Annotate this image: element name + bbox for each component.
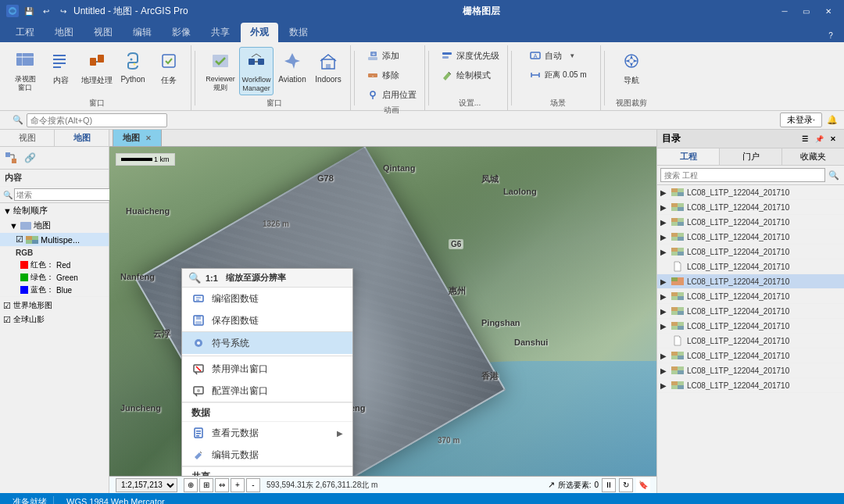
tab-share[interactable]: 共享 bbox=[202, 23, 239, 42]
map-tab-close[interactable]: ✕ bbox=[145, 134, 152, 142]
ctx-item-view-metadata[interactable]: 查看元数据 ▶ bbox=[182, 422, 352, 444]
grid-icon[interactable]: ⊞ bbox=[199, 478, 213, 492]
ribbon-btn-remove[interactable]: - 移除 bbox=[363, 66, 402, 84]
tree-item-4[interactable]: ▶ LC08_L1TP_122044_201710 bbox=[657, 245, 844, 259]
right-panel-menu-btn[interactable]: ☰ bbox=[799, 133, 811, 145]
close-button[interactable]: ✕ bbox=[819, 3, 838, 19]
tree-item-3[interactable]: ▶ LC08_L1TP_122044_201710 bbox=[657, 230, 844, 245]
tree-item-5[interactable]: LC08_L1TP_122044_201710 bbox=[657, 259, 844, 274]
refresh-btn[interactable]: ↻ bbox=[619, 478, 633, 492]
save-quick-btn[interactable]: 💾 bbox=[22, 4, 36, 18]
ctx-item-symbology[interactable]: 符号系统 bbox=[182, 332, 352, 354]
restore-button[interactable]: ▭ bbox=[797, 3, 816, 19]
svg-rect-68 bbox=[678, 252, 684, 256]
auto-dropdown[interactable]: ▼ bbox=[569, 52, 575, 59]
tab-edit[interactable]: 编辑 bbox=[123, 23, 161, 42]
ctx-item-save-chain[interactable]: 保存图数链 bbox=[182, 309, 352, 332]
ribbon-btn-python[interactable]: Python bbox=[116, 47, 150, 85]
help-button[interactable]: ? bbox=[824, 28, 838, 42]
ribbon-btn-contents[interactable]: 内容 bbox=[44, 47, 78, 88]
right-tab-portal[interactable]: 门户 bbox=[720, 148, 782, 165]
ctx-separator-1 bbox=[182, 356, 352, 356]
tab-map-left[interactable]: 地图 bbox=[55, 130, 109, 146]
scale-select[interactable]: 1:2,157,213 bbox=[116, 478, 177, 492]
ctx-item-encode[interactable]: 编缩图数链 bbox=[182, 288, 352, 309]
blue-value: Blue bbox=[56, 286, 72, 295]
tree-item-13[interactable]: ▶ LC08_L1TP_122044_201710 bbox=[657, 378, 844, 393]
world-terrain-layer[interactable]: ☑ 世界地形图 bbox=[3, 298, 106, 313]
undo-quick-btn[interactable]: ↩ bbox=[39, 4, 53, 18]
globe-shadow-checkbox[interactable]: ☑ bbox=[3, 315, 11, 325]
ctx-item-config-popup[interactable]: 配置弹出窗口 bbox=[182, 380, 352, 402]
tab-map[interactable]: 地图 bbox=[45, 23, 83, 42]
tab-imagery[interactable]: 影像 bbox=[163, 23, 200, 42]
tree-arrow-4: ▶ bbox=[660, 248, 670, 256]
login-button[interactable]: 未登录· bbox=[780, 113, 822, 127]
ctx-item-edit-metadata[interactable]: 编辑元数据 bbox=[182, 444, 352, 466]
pan-tool[interactable]: ⊕ bbox=[184, 478, 198, 492]
drawing-order-item[interactable]: ▼ 绘制顺序 bbox=[0, 203, 109, 218]
transform-btn[interactable] bbox=[2, 149, 20, 166]
ctx-item-disable-popup[interactable]: 禁用弹出窗口 bbox=[182, 358, 352, 380]
right-tab-project[interactable]: 工程 bbox=[657, 148, 720, 165]
multispe-item[interactable]: ☑ Multispe... bbox=[0, 233, 109, 246]
tree-item-8[interactable]: ▶ LC08_L1TP_122044_201710 bbox=[657, 304, 844, 319]
ctx-encode-label: 编缩图数链 bbox=[212, 292, 259, 306]
drawing-order-label: 绘制顺序 bbox=[13, 205, 48, 216]
command-search-input[interactable] bbox=[27, 113, 167, 127]
pause-btn[interactable]: ⏸ bbox=[602, 478, 616, 492]
map-canvas[interactable]: G78 Qintang 凤城 Laolong Huaicheng Nanfeng… bbox=[109, 147, 656, 476]
bookmark-btn[interactable]: 🔖 bbox=[636, 478, 650, 492]
ribbon-btn-indoors[interactable]: Indoors bbox=[311, 47, 345, 85]
right-panel-unpin-btn[interactable]: 📌 bbox=[813, 133, 825, 145]
ribbon-btn-draw-mode[interactable]: 绘制模式 bbox=[437, 66, 494, 84]
ribbon-btn-mapview[interactable]: 录视图窗口 bbox=[8, 47, 42, 94]
tree-item-6[interactable]: ▶ LC08_L1TP_122044_201710 bbox=[657, 274, 844, 289]
right-panel-close-btn[interactable]: ✕ bbox=[827, 133, 839, 145]
tree-item-12[interactable]: ▶ LC08_L1TP_122044_201710 bbox=[657, 363, 844, 378]
map-tab-main[interactable]: 地图 ✕ bbox=[113, 130, 162, 146]
ribbon-btn-aviation[interactable]: Aviation bbox=[275, 47, 309, 85]
extra-layers: ☑ 世界地形图 ☑ 全球山影 bbox=[0, 296, 109, 328]
ribbon-btn-geoprocess[interactable]: 地理处理 bbox=[80, 47, 114, 88]
measure-icon[interactable]: ⇔ bbox=[215, 478, 229, 492]
ribbon-btn-distance[interactable]: 距离 0.05 m bbox=[525, 66, 589, 84]
green-value: Green bbox=[56, 273, 78, 282]
tab-view[interactable]: 视图 bbox=[0, 130, 55, 146]
location-icon bbox=[366, 88, 380, 102]
globe-shadow-layer[interactable]: ☑ 全球山影 bbox=[3, 313, 106, 327]
zoom-out-btn[interactable]: - bbox=[246, 478, 260, 492]
right-tab-favorites[interactable]: 收藏夹 bbox=[782, 148, 844, 165]
minimize-button[interactable]: ─ bbox=[775, 3, 794, 19]
redo-quick-btn[interactable]: ↪ bbox=[56, 4, 70, 18]
ribbon-btn-tasks[interactable]: 任务 bbox=[152, 47, 186, 88]
ribbon-btn-reviewer[interactable]: Reviewer规则 bbox=[203, 47, 238, 94]
content-filter-input[interactable] bbox=[14, 188, 118, 201]
right-search-input[interactable] bbox=[660, 168, 825, 182]
zoom-in-btn[interactable]: + bbox=[231, 478, 245, 492]
tree-item-9[interactable]: ▶ LC08_L1TP_122044_201710 bbox=[657, 319, 844, 334]
ribbon-btn-add[interactable]: + 添加 bbox=[363, 47, 402, 64]
tab-data[interactable]: 数据 bbox=[280, 23, 317, 42]
ribbon-btn-auto[interactable]: A 自动 bbox=[525, 47, 565, 64]
tree-item-1[interactable]: ▶ LC08_L1TP_122044_201710 bbox=[657, 200, 844, 215]
ribbon-btn-priority[interactable]: 深度优先级 bbox=[437, 47, 502, 64]
ribbon-btn-navigate[interactable]: 导航 bbox=[614, 47, 649, 88]
ribbon-btn-workflow[interactable]: WorkflowManager bbox=[239, 47, 274, 95]
tab-view[interactable]: 视图 bbox=[84, 23, 122, 42]
tree-item-10[interactable]: LC08_L1TP_122044_201710 bbox=[657, 334, 844, 349]
tree-item-11[interactable]: ▶ LC08_L1TP_122044_201710 bbox=[657, 349, 844, 363]
ribbon-group-clip-label: 视图裁剪 bbox=[616, 98, 647, 109]
tree-item-7[interactable]: ▶ LC08_L1TP_122044_201710 bbox=[657, 289, 844, 304]
world-terrain-checkbox[interactable]: ☑ bbox=[3, 301, 11, 311]
tree-item-2[interactable]: ▶ LC08_L1TP_122044_201710 bbox=[657, 215, 844, 230]
left-toolbar: 🔗 bbox=[0, 147, 109, 170]
link-btn[interactable]: 🔗 bbox=[21, 149, 38, 166]
tab-project[interactable]: 工程 bbox=[6, 23, 44, 42]
globe-shadow-label: 全球山影 bbox=[13, 314, 45, 325]
ribbon-btn-location[interactable]: 启用位置 bbox=[363, 86, 420, 103]
bell-icon[interactable]: 🔔 bbox=[827, 115, 838, 125]
tree-item-0[interactable]: ▶ LC08_L1TP_122044_201710 bbox=[657, 185, 844, 200]
map-tree-item[interactable]: ▼ 地图 bbox=[0, 218, 109, 233]
tab-appearance[interactable]: 外观 bbox=[241, 23, 278, 42]
